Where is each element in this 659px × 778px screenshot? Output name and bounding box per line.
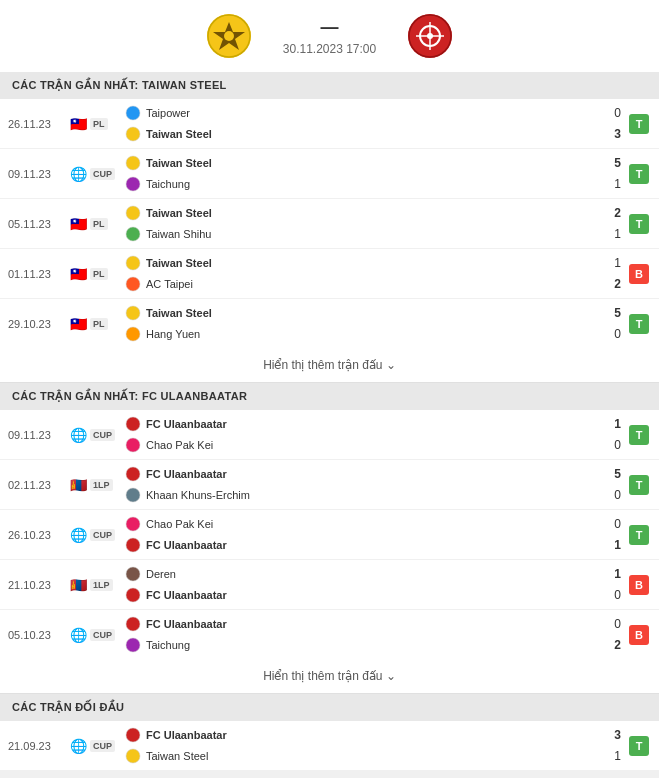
score1: 1 bbox=[593, 564, 621, 584]
team1-row: Taiwan Steel bbox=[125, 253, 593, 273]
match-scores: 2 1 bbox=[593, 203, 621, 244]
show-more-taiwan-steel[interactable]: Hiển thị thêm trận đấu ⌄ bbox=[0, 348, 659, 383]
team2-icon bbox=[125, 126, 141, 142]
flag-icon: 🌐 bbox=[70, 627, 87, 643]
svg-point-9 bbox=[126, 127, 140, 141]
team2-row: FC Ulaanbaatar bbox=[125, 585, 593, 605]
show-more-fc-ulaanbaatar[interactable]: Hiển thị thêm trận đấu ⌄ bbox=[0, 659, 659, 694]
score2: 1 bbox=[593, 224, 621, 244]
match-scores: 1 2 bbox=[593, 253, 621, 294]
team2-row: Chao Pak Kei bbox=[125, 435, 593, 455]
match-row: 05.10.23 🌐 CUP FC Ulaanbaatar Taichung 0… bbox=[0, 610, 659, 659]
flag-icon: 🇹🇼 bbox=[70, 116, 87, 132]
match-scores: 1 0 bbox=[593, 414, 621, 455]
team1-name: Chao Pak Kei bbox=[146, 518, 213, 530]
match-date: 09.11.23 bbox=[8, 429, 70, 441]
comp-badge: CUP bbox=[90, 429, 115, 441]
match-scores: 1 0 bbox=[593, 564, 621, 605]
result-badge: T bbox=[629, 314, 649, 334]
team1-name: FC Ulaanbaatar bbox=[146, 729, 227, 741]
team1-icon bbox=[125, 516, 141, 532]
score2: 0 bbox=[593, 585, 621, 605]
svg-point-10 bbox=[126, 156, 140, 170]
team2-icon bbox=[125, 437, 141, 453]
team2-icon bbox=[125, 326, 141, 342]
page-container: — 30.11.2023 17:00 CÁC TRẬN GẦN NHẤT: TA… bbox=[0, 0, 659, 770]
match-scores: 5 1 bbox=[593, 153, 621, 194]
team2-name: AC Taipei bbox=[146, 278, 193, 290]
flag-icon: 🌐 bbox=[70, 166, 87, 182]
svg-point-29 bbox=[126, 749, 140, 763]
result-column: B bbox=[627, 575, 651, 595]
team1-name: FC Ulaanbaatar bbox=[146, 418, 227, 430]
team1-row: Taiwan Steel bbox=[125, 303, 593, 323]
match-date: 30.11.2023 17:00 bbox=[283, 42, 376, 56]
taiwan-steel-matches: 26.11.23 🇹🇼 PL Taipower Taiwan Steel 0 3 bbox=[0, 99, 659, 348]
result-column: B bbox=[627, 625, 651, 645]
team1-logo bbox=[205, 12, 253, 60]
match-competition: 🌐 CUP bbox=[70, 738, 125, 754]
match-teams: FC Ulaanbaatar Taiwan Steel bbox=[125, 725, 593, 766]
match-date: 05.10.23 bbox=[8, 629, 70, 641]
result-column: T bbox=[627, 475, 651, 495]
match-row: 02.11.23 🇲🇳 1LP FC Ulaanbaatar Khaan Khu… bbox=[0, 460, 659, 510]
result-column: B bbox=[627, 264, 651, 284]
match-competition: 🇲🇳 1LP bbox=[70, 577, 125, 593]
score1: 1 bbox=[593, 253, 621, 273]
match-teams: FC Ulaanbaatar Khaan Khuns-Erchim bbox=[125, 464, 593, 505]
match-competition: 🇲🇳 1LP bbox=[70, 477, 125, 493]
team2-name: FC Ulaanbaatar bbox=[146, 539, 227, 551]
match-teams: Taipower Taiwan Steel bbox=[125, 103, 593, 144]
team2-icon bbox=[125, 487, 141, 503]
score1: 3 bbox=[593, 725, 621, 745]
team1-icon bbox=[125, 616, 141, 632]
svg-point-25 bbox=[126, 588, 140, 602]
team1-icon bbox=[125, 305, 141, 321]
result-column: T bbox=[627, 114, 651, 134]
score2: 0 bbox=[593, 324, 621, 344]
score2: 1 bbox=[593, 174, 621, 194]
score2: 0 bbox=[593, 435, 621, 455]
svg-point-2 bbox=[224, 31, 234, 41]
score1: 0 bbox=[593, 614, 621, 634]
match-date: 21.09.23 bbox=[8, 740, 70, 752]
comp-badge: 1LP bbox=[90, 479, 113, 491]
match-teams: Taiwan Steel Taiwan Shihu bbox=[125, 203, 593, 244]
match-teams: FC Ulaanbaatar Taichung bbox=[125, 614, 593, 655]
result-badge: T bbox=[629, 214, 649, 234]
svg-point-19 bbox=[126, 438, 140, 452]
result-column: T bbox=[627, 736, 651, 756]
result-column: T bbox=[627, 214, 651, 234]
match-competition: 🇹🇼 PL bbox=[70, 216, 125, 232]
match-date: 01.11.23 bbox=[8, 268, 70, 280]
team2-row: Taiwan Steel bbox=[125, 124, 593, 144]
team2-icon bbox=[125, 748, 141, 764]
match-teams: Taiwan Steel Taichung bbox=[125, 153, 593, 194]
team2-name: Chao Pak Kei bbox=[146, 439, 213, 451]
score2: 1 bbox=[593, 746, 621, 766]
result-badge: T bbox=[629, 525, 649, 545]
team2-name: Taichung bbox=[146, 178, 190, 190]
match-competition: 🌐 CUP bbox=[70, 527, 125, 543]
team2-logo bbox=[406, 12, 454, 60]
team2-icon bbox=[125, 537, 141, 553]
match-competition: 🌐 CUP bbox=[70, 166, 125, 182]
svg-point-13 bbox=[126, 227, 140, 241]
score2: 2 bbox=[593, 635, 621, 655]
result-badge: T bbox=[629, 425, 649, 445]
team1-icon bbox=[125, 727, 141, 743]
svg-point-28 bbox=[126, 728, 140, 742]
result-badge: T bbox=[629, 736, 649, 756]
team2-icon bbox=[125, 276, 141, 292]
match-teams: Taiwan Steel AC Taipei bbox=[125, 253, 593, 294]
score2: 3 bbox=[593, 124, 621, 144]
svg-point-8 bbox=[126, 106, 140, 120]
match-competition: 🇹🇼 PL bbox=[70, 266, 125, 282]
result-badge: B bbox=[629, 264, 649, 284]
team1-row: FC Ulaanbaatar bbox=[125, 725, 593, 745]
team1-name: Taiwan Steel bbox=[146, 307, 212, 319]
match-date: 02.11.23 bbox=[8, 479, 70, 491]
flag-icon: 🌐 bbox=[70, 527, 87, 543]
team2-name: Khaan Khuns-Erchim bbox=[146, 489, 250, 501]
team2-icon bbox=[125, 637, 141, 653]
